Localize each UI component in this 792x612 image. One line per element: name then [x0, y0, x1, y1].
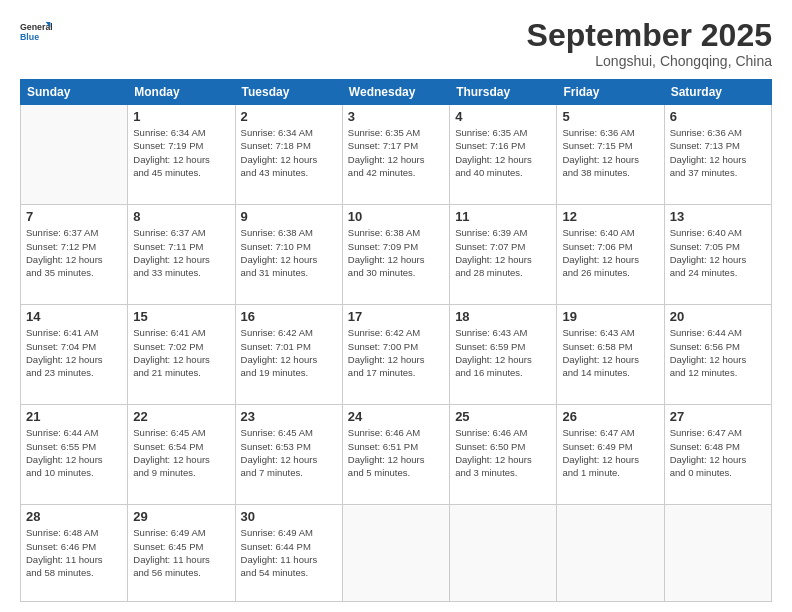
table-row: 30Sunrise: 6:49 AMSunset: 6:44 PMDayligh…	[235, 505, 342, 602]
table-row: 19Sunrise: 6:43 AMSunset: 6:58 PMDayligh…	[557, 305, 664, 405]
table-row: 14Sunrise: 6:41 AMSunset: 7:04 PMDayligh…	[21, 305, 128, 405]
day-number: 14	[26, 309, 122, 324]
day-info: Sunrise: 6:49 AMSunset: 6:45 PMDaylight:…	[133, 526, 229, 579]
day-info: Sunrise: 6:36 AMSunset: 7:15 PMDaylight:…	[562, 126, 658, 179]
table-row: 7Sunrise: 6:37 AMSunset: 7:12 PMDaylight…	[21, 205, 128, 305]
day-info: Sunrise: 6:37 AMSunset: 7:12 PMDaylight:…	[26, 226, 122, 279]
svg-text:Blue: Blue	[20, 32, 39, 42]
day-info: Sunrise: 6:39 AMSunset: 7:07 PMDaylight:…	[455, 226, 551, 279]
table-row: 27Sunrise: 6:47 AMSunset: 6:48 PMDayligh…	[664, 405, 771, 505]
day-number: 23	[241, 409, 337, 424]
location: Longshui, Chongqing, China	[527, 53, 772, 69]
day-number: 8	[133, 209, 229, 224]
table-row: 11Sunrise: 6:39 AMSunset: 7:07 PMDayligh…	[450, 205, 557, 305]
day-info: Sunrise: 6:43 AMSunset: 6:59 PMDaylight:…	[455, 326, 551, 379]
day-number: 4	[455, 109, 551, 124]
table-row: 21Sunrise: 6:44 AMSunset: 6:55 PMDayligh…	[21, 405, 128, 505]
day-info: Sunrise: 6:38 AMSunset: 7:10 PMDaylight:…	[241, 226, 337, 279]
day-info: Sunrise: 6:42 AMSunset: 7:01 PMDaylight:…	[241, 326, 337, 379]
day-info: Sunrise: 6:35 AMSunset: 7:16 PMDaylight:…	[455, 126, 551, 179]
day-number: 22	[133, 409, 229, 424]
day-info: Sunrise: 6:44 AMSunset: 6:56 PMDaylight:…	[670, 326, 766, 379]
table-row: 15Sunrise: 6:41 AMSunset: 7:02 PMDayligh…	[128, 305, 235, 405]
day-info: Sunrise: 6:34 AMSunset: 7:19 PMDaylight:…	[133, 126, 229, 179]
table-row: 3Sunrise: 6:35 AMSunset: 7:17 PMDaylight…	[342, 105, 449, 205]
day-info: Sunrise: 6:44 AMSunset: 6:55 PMDaylight:…	[26, 426, 122, 479]
table-row: 28Sunrise: 6:48 AMSunset: 6:46 PMDayligh…	[21, 505, 128, 602]
page: General Blue September 2025 Longshui, Ch…	[0, 0, 792, 612]
day-info: Sunrise: 6:42 AMSunset: 7:00 PMDaylight:…	[348, 326, 444, 379]
col-saturday: Saturday	[664, 80, 771, 105]
table-row: 5Sunrise: 6:36 AMSunset: 7:15 PMDaylight…	[557, 105, 664, 205]
table-row: 4Sunrise: 6:35 AMSunset: 7:16 PMDaylight…	[450, 105, 557, 205]
day-info: Sunrise: 6:47 AMSunset: 6:49 PMDaylight:…	[562, 426, 658, 479]
day-number: 26	[562, 409, 658, 424]
day-info: Sunrise: 6:36 AMSunset: 7:13 PMDaylight:…	[670, 126, 766, 179]
day-number: 29	[133, 509, 229, 524]
day-info: Sunrise: 6:47 AMSunset: 6:48 PMDaylight:…	[670, 426, 766, 479]
table-row: 17Sunrise: 6:42 AMSunset: 7:00 PMDayligh…	[342, 305, 449, 405]
day-number: 6	[670, 109, 766, 124]
day-info: Sunrise: 6:35 AMSunset: 7:17 PMDaylight:…	[348, 126, 444, 179]
week-row-4: 21Sunrise: 6:44 AMSunset: 6:55 PMDayligh…	[21, 405, 772, 505]
table-row: 1Sunrise: 6:34 AMSunset: 7:19 PMDaylight…	[128, 105, 235, 205]
table-row	[664, 505, 771, 602]
day-info: Sunrise: 6:41 AMSunset: 7:04 PMDaylight:…	[26, 326, 122, 379]
day-info: Sunrise: 6:38 AMSunset: 7:09 PMDaylight:…	[348, 226, 444, 279]
day-number: 21	[26, 409, 122, 424]
col-monday: Monday	[128, 80, 235, 105]
day-info: Sunrise: 6:48 AMSunset: 6:46 PMDaylight:…	[26, 526, 122, 579]
col-sunday: Sunday	[21, 80, 128, 105]
day-info: Sunrise: 6:34 AMSunset: 7:18 PMDaylight:…	[241, 126, 337, 179]
day-number: 25	[455, 409, 551, 424]
table-row: 16Sunrise: 6:42 AMSunset: 7:01 PMDayligh…	[235, 305, 342, 405]
table-row	[557, 505, 664, 602]
day-number: 24	[348, 409, 444, 424]
day-number: 18	[455, 309, 551, 324]
day-number: 30	[241, 509, 337, 524]
day-info: Sunrise: 6:45 AMSunset: 6:53 PMDaylight:…	[241, 426, 337, 479]
day-number: 15	[133, 309, 229, 324]
day-number: 19	[562, 309, 658, 324]
logo: General Blue	[20, 18, 52, 50]
day-info: Sunrise: 6:46 AMSunset: 6:50 PMDaylight:…	[455, 426, 551, 479]
day-info: Sunrise: 6:40 AMSunset: 7:06 PMDaylight:…	[562, 226, 658, 279]
day-info: Sunrise: 6:40 AMSunset: 7:05 PMDaylight:…	[670, 226, 766, 279]
day-number: 20	[670, 309, 766, 324]
title-block: September 2025 Longshui, Chongqing, Chin…	[527, 18, 772, 69]
day-info: Sunrise: 6:45 AMSunset: 6:54 PMDaylight:…	[133, 426, 229, 479]
table-row: 29Sunrise: 6:49 AMSunset: 6:45 PMDayligh…	[128, 505, 235, 602]
week-row-2: 7Sunrise: 6:37 AMSunset: 7:12 PMDaylight…	[21, 205, 772, 305]
table-row	[342, 505, 449, 602]
day-number: 13	[670, 209, 766, 224]
day-number: 5	[562, 109, 658, 124]
col-wednesday: Wednesday	[342, 80, 449, 105]
day-info: Sunrise: 6:43 AMSunset: 6:58 PMDaylight:…	[562, 326, 658, 379]
week-row-1: 1Sunrise: 6:34 AMSunset: 7:19 PMDaylight…	[21, 105, 772, 205]
day-number: 16	[241, 309, 337, 324]
day-number: 11	[455, 209, 551, 224]
day-number: 2	[241, 109, 337, 124]
table-row: 18Sunrise: 6:43 AMSunset: 6:59 PMDayligh…	[450, 305, 557, 405]
day-number: 27	[670, 409, 766, 424]
day-info: Sunrise: 6:49 AMSunset: 6:44 PMDaylight:…	[241, 526, 337, 579]
day-number: 9	[241, 209, 337, 224]
logo-icon: General Blue	[20, 18, 52, 50]
header-row: Sunday Monday Tuesday Wednesday Thursday…	[21, 80, 772, 105]
week-row-3: 14Sunrise: 6:41 AMSunset: 7:04 PMDayligh…	[21, 305, 772, 405]
table-row: 13Sunrise: 6:40 AMSunset: 7:05 PMDayligh…	[664, 205, 771, 305]
table-row: 26Sunrise: 6:47 AMSunset: 6:49 PMDayligh…	[557, 405, 664, 505]
table-row: 10Sunrise: 6:38 AMSunset: 7:09 PMDayligh…	[342, 205, 449, 305]
month-title: September 2025	[527, 18, 772, 53]
table-row: 22Sunrise: 6:45 AMSunset: 6:54 PMDayligh…	[128, 405, 235, 505]
table-row: 24Sunrise: 6:46 AMSunset: 6:51 PMDayligh…	[342, 405, 449, 505]
table-row: 25Sunrise: 6:46 AMSunset: 6:50 PMDayligh…	[450, 405, 557, 505]
table-row: 6Sunrise: 6:36 AMSunset: 7:13 PMDaylight…	[664, 105, 771, 205]
table-row: 23Sunrise: 6:45 AMSunset: 6:53 PMDayligh…	[235, 405, 342, 505]
day-number: 3	[348, 109, 444, 124]
col-thursday: Thursday	[450, 80, 557, 105]
header: General Blue September 2025 Longshui, Ch…	[20, 18, 772, 69]
col-friday: Friday	[557, 80, 664, 105]
table-row: 8Sunrise: 6:37 AMSunset: 7:11 PMDaylight…	[128, 205, 235, 305]
day-number: 28	[26, 509, 122, 524]
